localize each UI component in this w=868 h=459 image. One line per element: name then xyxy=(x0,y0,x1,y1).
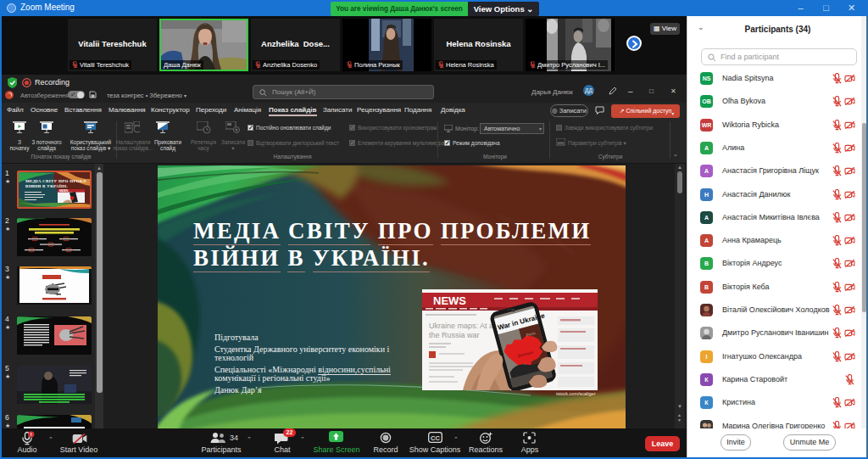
svg-text:NEWS: NEWS xyxy=(433,294,466,307)
svg-text:Ukraine maps: At a: Ukraine maps: At a xyxy=(429,322,493,330)
svg-text:!: ! xyxy=(31,432,32,437)
svg-text:ВІЙНИ В УКРАЇНІ.: ВІЙНИ В УКРАЇНІ. xyxy=(25,184,68,188)
svg-text:the Russia war: the Russia war xyxy=(429,331,480,339)
svg-text:NEWS: NEWS xyxy=(59,189,69,193)
svg-text:МЕДІА СВІТУ ПРО ПРОБЛ: МЕДІА СВІТУ ПРО ПРОБЛ xyxy=(25,179,86,183)
svg-text:CC: CC xyxy=(431,434,440,442)
